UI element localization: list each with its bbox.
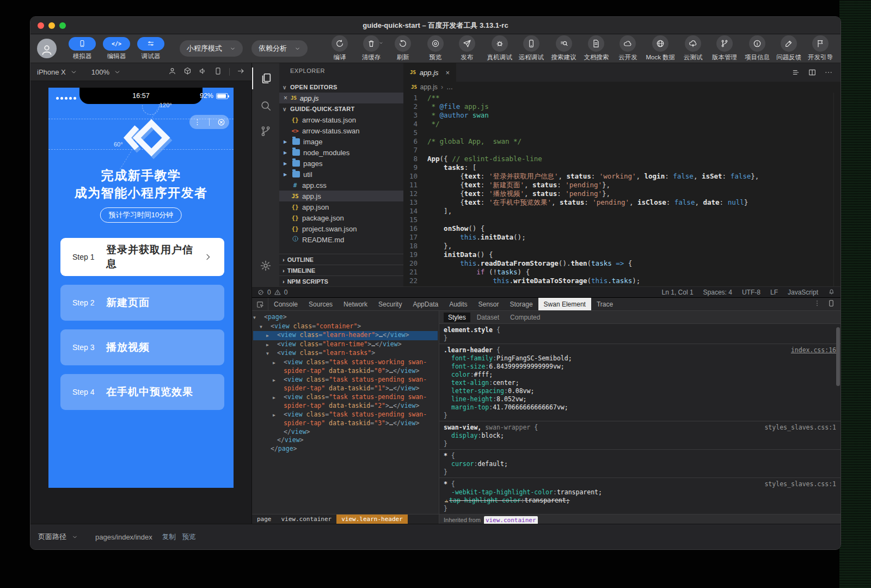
css-property[interactable]: letter-spacing:0.08vw; bbox=[444, 387, 836, 395]
file-node_modules[interactable]: ▶node_modules bbox=[279, 147, 403, 158]
section-outline[interactable]: ›OUTLINE bbox=[279, 254, 403, 265]
miniprogram-capsule[interactable] bbox=[189, 115, 229, 129]
section-npm-scripts[interactable]: ›NPM SCRIPTS bbox=[279, 275, 403, 286]
css-property[interactable]: color:#fff; bbox=[444, 371, 836, 379]
devtools-tab-sources[interactable]: Sources bbox=[303, 298, 338, 310]
stylesheet-link[interactable]: index.css:16 bbox=[791, 346, 836, 354]
stylesheet-link[interactable]: styles_slaves.css:1 bbox=[764, 480, 836, 488]
more-menu-icon[interactable] bbox=[193, 118, 201, 126]
sim-speaker-button[interactable] bbox=[199, 67, 207, 77]
preview-button[interactable]: 预览 bbox=[422, 35, 449, 62]
dom-node[interactable]: ▼<page> bbox=[253, 313, 438, 322]
refresh-button[interactable]: 刷新 bbox=[389, 35, 416, 62]
notifications-button[interactable] bbox=[828, 288, 835, 297]
expand-arrow-icon[interactable]: ▼ bbox=[272, 350, 277, 358]
file-app.js[interactable]: JSapp.js bbox=[279, 191, 403, 201]
debugger-button[interactable]: 调试器 bbox=[137, 37, 164, 60]
devtools-tab-security[interactable]: Security bbox=[373, 298, 407, 310]
dom-node[interactable]: ▼<view class="learn-tasks"> bbox=[253, 349, 438, 358]
css-rules[interactable]: element.style {}.learn-header {index.css… bbox=[439, 324, 841, 524]
publish-button[interactable]: 发布 bbox=[453, 35, 481, 62]
expand-arrow-icon[interactable]: ▶ bbox=[272, 341, 277, 350]
section-timeline[interactable]: ›TIMELINE bbox=[279, 265, 403, 275]
dom-tree[interactable]: ▼<page>▼<view class="container">▶<view c… bbox=[252, 311, 439, 514]
css-rule[interactable]: .learn-header {index.css:16font-family:P… bbox=[439, 344, 841, 421]
step-card-3[interactable]: Step 3播放视频 bbox=[60, 329, 224, 365]
devtools-device-button[interactable] bbox=[827, 299, 835, 309]
crumb-page[interactable]: page bbox=[252, 514, 277, 524]
css-property[interactable]: font-size:6.843999999999999vw; bbox=[444, 363, 836, 371]
zoom-select[interactable]: 100% bbox=[91, 68, 109, 76]
file-arrow-status.swan[interactable]: <>arrow-status.swan bbox=[279, 125, 403, 136]
dependency-analysis-dropdown[interactable]: 依赖分析 bbox=[252, 40, 308, 57]
crumb-view.container[interactable]: view.container bbox=[277, 514, 337, 524]
device-select[interactable]: iPhone X bbox=[37, 68, 66, 76]
more-actions-icon[interactable] bbox=[824, 68, 833, 77]
css-rule[interactable]: * {cursor:default;} bbox=[439, 450, 841, 478]
step-card-4[interactable]: Step 4在手机中预览效果 bbox=[60, 374, 224, 410]
devtools-tab-sensor[interactable]: Sensor bbox=[473, 298, 505, 310]
file-pages[interactable]: ▶pages bbox=[279, 158, 403, 169]
split-editor-icon[interactable] bbox=[808, 68, 817, 77]
settings-button[interactable] bbox=[252, 255, 279, 277]
devtools-tab-appdata[interactable]: AppData bbox=[407, 298, 444, 310]
devtools-tab-audits[interactable]: Audits bbox=[444, 298, 473, 310]
styles-tab-styles[interactable]: Styles bbox=[444, 313, 470, 322]
project-info-button[interactable]: 项目信息 bbox=[744, 35, 771, 62]
inspect-element-button[interactable] bbox=[252, 298, 268, 310]
stylesheet-link[interactable]: styles_slaves.css:1 bbox=[764, 424, 836, 432]
sim-device-button[interactable] bbox=[214, 67, 222, 77]
step-card-2[interactable]: Step 2新建页面 bbox=[60, 285, 224, 321]
css-property[interactable]: display:block; bbox=[444, 432, 836, 440]
status-item[interactable]: LF bbox=[770, 289, 778, 296]
open-editor-item[interactable]: × JS app.js bbox=[279, 93, 403, 103]
expand-arrow-icon[interactable]: ▼ bbox=[259, 314, 264, 322]
chevron-down-icon[interactable] bbox=[72, 534, 78, 540]
expand-arrow-icon[interactable]: ▶ bbox=[278, 376, 284, 385]
folder-expand-icon[interactable]: ▶ bbox=[284, 161, 289, 166]
cloud-dev-button[interactable]: 云开发 bbox=[614, 35, 641, 62]
dom-node[interactable]: ▶<view class="task status-pending swan-s… bbox=[253, 411, 438, 428]
css-property[interactable]: margin-top:41.70666666666667vw; bbox=[444, 403, 836, 412]
dom-node[interactable]: </view> bbox=[253, 428, 438, 437]
dom-node[interactable]: ▼<view class="container"> bbox=[253, 322, 438, 332]
dom-node[interactable]: </view> bbox=[253, 436, 438, 445]
simulator-button[interactable]: 模拟器 bbox=[69, 37, 96, 60]
css-property[interactable]: -webkit-tap-highlight-color:transparent; bbox=[444, 488, 836, 497]
code-area[interactable]: 1/**2 * @file app.js3 * @author swan4 */… bbox=[403, 93, 841, 286]
open-editors-header[interactable]: ∨OPEN EDITORS bbox=[279, 82, 403, 93]
devtools-tab-console[interactable]: Console bbox=[268, 298, 303, 310]
folder-expand-icon[interactable]: ▶ bbox=[284, 139, 289, 144]
activity-source-control[interactable] bbox=[252, 120, 279, 142]
file-arrow-status.json[interactable]: {}arrow-status.json bbox=[279, 114, 403, 125]
compile-button[interactable]: 编译 bbox=[326, 35, 353, 62]
status-item[interactable]: Spaces: 4 bbox=[703, 289, 732, 296]
file-util[interactable]: ▶util bbox=[279, 169, 403, 180]
version-control-button[interactable]: 版本管理 bbox=[711, 35, 738, 62]
css-rule[interactable]: * {styles_slaves.css:1-webkit-tap-highli… bbox=[439, 478, 841, 514]
activity-explorer[interactable] bbox=[252, 68, 279, 89]
status-item[interactable]: Ln 1, Col 1 bbox=[662, 289, 694, 296]
scrollbar-thumb[interactable] bbox=[836, 327, 840, 386]
inherited-selector-badge[interactable]: view.container bbox=[484, 516, 538, 524]
styles-tab-dataset[interactable]: Dataset bbox=[473, 313, 504, 322]
status-item[interactable]: UTF-8 bbox=[742, 289, 760, 296]
clear-cache-button[interactable]: 清缓存 bbox=[358, 35, 385, 62]
sim-user-button[interactable] bbox=[168, 67, 176, 77]
sim-arrowright-button[interactable] bbox=[237, 67, 245, 77]
close-tab-icon[interactable]: × bbox=[446, 69, 450, 77]
styles-tab-computed[interactable]: Computed bbox=[506, 313, 544, 322]
devtools-tab-network[interactable]: Network bbox=[338, 298, 373, 310]
remote-debug-button[interactable]: 远程调试 bbox=[518, 35, 545, 62]
css-property[interactable]: font-family:PingFangSC-Semibold; bbox=[444, 354, 836, 363]
expand-arrow-icon[interactable]: ▶ bbox=[278, 411, 284, 420]
file-image[interactable]: ▶image bbox=[279, 136, 403, 147]
css-property[interactable]: text-align:center; bbox=[444, 379, 836, 387]
preview-path-button[interactable]: 预览 bbox=[182, 532, 196, 542]
breadcrumb[interactable]: JS app.js › … bbox=[403, 82, 841, 93]
editor-tab-appjs[interactable]: JS app.js × bbox=[403, 63, 456, 82]
copy-path-button[interactable]: 复制 bbox=[162, 532, 176, 542]
project-folder-header[interactable]: ∨GUIDE-QUICK-START bbox=[279, 103, 403, 114]
close-miniprogram-icon[interactable] bbox=[217, 118, 225, 126]
open-editors-list-icon[interactable] bbox=[792, 68, 800, 77]
